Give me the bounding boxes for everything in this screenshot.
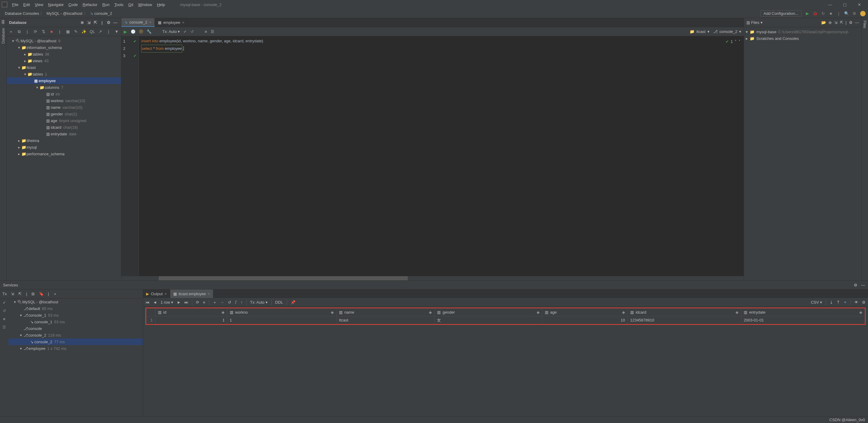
extractor-selector[interactable]: CSV ▾ (811, 300, 822, 305)
svc-tab[interactable]: ▶Output× (143, 289, 170, 298)
editor-tab[interactable]: ⇘console_2× (121, 18, 155, 27)
stop-icon[interactable]: ■ (49, 29, 54, 34)
column-header[interactable]: ▥age◆ (542, 309, 627, 316)
files-row[interactable]: ▸📁Scratches and Consoles (744, 35, 861, 42)
services-tree[interactable]: ▾🔌 MySQL - @localhost⎇ default85 ms▾⎇ co… (8, 299, 143, 416)
files-tool-label[interactable]: Files (862, 18, 867, 28)
column-header[interactable]: ▥entrydate◆ (741, 309, 865, 316)
column-header[interactable]: ▥gender◆ (435, 309, 542, 316)
minimize-button[interactable]: — (823, 2, 837, 7)
first-page-icon[interactable]: ⏮ (146, 300, 149, 305)
revert-icon[interactable]: ↺ (3, 309, 6, 313)
pin-icon[interactable]: 📌 (291, 300, 296, 305)
check-icon[interactable]: ✔ (3, 300, 6, 305)
bookmark-icon[interactable]: 🔖 (39, 291, 44, 296)
reload-icon[interactable]: ⟳ (196, 300, 199, 305)
expand-icon[interactable]: ⇲ (85, 20, 92, 25)
last-page-icon[interactable]: ⏭ (184, 300, 188, 305)
editor-hscroll[interactable] (121, 276, 744, 280)
ddl-button[interactable]: DDL (275, 300, 283, 305)
export-icon[interactable]: ⤓ (830, 300, 833, 305)
tree-node[interactable]: ▾📁 itcast (7, 64, 121, 71)
tree-node[interactable]: ▸📁 performance_schema (7, 150, 121, 157)
cell[interactable]: 10 (542, 316, 627, 324)
menu-view[interactable]: View (32, 2, 45, 7)
table-icon[interactable]: ▦ (65, 29, 70, 34)
add-icon[interactable]: ＋ (8, 29, 13, 34)
debug-icon[interactable]: 🐞 (812, 11, 818, 16)
menu-navigate[interactable]: Navigate (45, 2, 66, 7)
expand-icon[interactable]: ⇲ (11, 291, 14, 296)
commit-icon[interactable]: ✔ (184, 29, 187, 34)
upload-icon[interactable]: ↑ (241, 300, 243, 305)
result-grid[interactable]: ▥id◆▥workno◆▥name◆▥gender◆▥age◆▥idcard◆▥… (143, 307, 868, 416)
tree-node[interactable]: ▥ idint (7, 91, 121, 97)
svc-node[interactable]: ▾⎇ employee1 s 742 ms (8, 345, 143, 352)
database-tree[interactable]: ▾🔌 MySQL - @localhost9▾📁 information_sch… (7, 36, 121, 280)
wand-icon[interactable]: ✨ (82, 29, 87, 34)
close-button[interactable]: ✕ (852, 2, 866, 7)
tree-node[interactable]: ▥ genderchar(1) (7, 111, 121, 117)
gear-icon[interactable]: ⚙ (849, 20, 852, 25)
add-icon[interactable]: ＋ (53, 291, 57, 297)
database-tool-icon[interactable]: 🗄 (1, 20, 5, 25)
tree-node[interactable]: ▥ namevarchar(10) (7, 104, 121, 111)
revert-icon[interactable]: ↺ (228, 300, 231, 305)
gear-icon[interactable]: ⚙ (851, 283, 860, 287)
svc-node[interactable]: ▾🔌 MySQL - @localhost (8, 299, 143, 305)
sync-icon[interactable]: ⇅ (41, 29, 46, 34)
collapse-icon[interactable]: ⇱ (92, 20, 99, 25)
column-header[interactable]: ▥id◆ (155, 309, 227, 316)
console-icon[interactable]: QL (90, 29, 95, 34)
gear-icon[interactable]: ⚙ (105, 20, 112, 25)
tx-mode[interactable]: Tx: Auto ▾ (162, 29, 180, 34)
prev-page-icon[interactable]: ◄ (153, 300, 157, 305)
cell[interactable]: 12345678910 (628, 316, 741, 324)
tree-node[interactable]: ▸📁 tables36 (7, 51, 121, 57)
cell[interactable]: 1 (155, 316, 227, 324)
menu-run[interactable]: Run (100, 2, 112, 7)
remove-row-icon[interactable]: － (220, 300, 224, 305)
execute-icon[interactable]: ▶ (124, 29, 127, 34)
column-header[interactable]: ▥workno◆ (227, 309, 337, 316)
jump-icon[interactable]: ↗ (98, 29, 103, 34)
stop-icon[interactable]: ■ (205, 29, 207, 34)
breadcrumb[interactable]: Database Consoles〉 MySQL - @localhost〉 ⇘… (2, 11, 115, 16)
gear-icon[interactable]: ⚙ (862, 300, 866, 305)
run-icon[interactable]: ▶ (804, 11, 810, 16)
hide-icon[interactable]: — (112, 20, 119, 25)
cell[interactable]: 1 (227, 316, 337, 324)
database-tool-label[interactable]: Database (1, 28, 5, 44)
rows-label[interactable]: 1 row ▾ (161, 300, 173, 305)
menu-window[interactable]: Window (136, 2, 155, 7)
collapse-icon[interactable]: ⇱ (840, 20, 843, 25)
settings-icon[interactable]: ⚙ (851, 11, 858, 16)
tree-node[interactable]: ▸📁 views43 (7, 57, 121, 64)
edit-icon[interactable]: ✎ (73, 29, 79, 34)
refresh-icon[interactable]: ⟳ (33, 29, 38, 34)
rerun-icon[interactable]: ↻ (820, 11, 826, 16)
search-icon[interactable]: 🔍 (843, 11, 849, 16)
svc-tab[interactable]: ▦itcast.employee× (170, 289, 213, 298)
cell[interactable]: 女 (435, 316, 542, 324)
tree-node[interactable]: ▥ worknovarchar(10) (7, 97, 121, 104)
avatar[interactable] (860, 11, 866, 16)
target-icon[interactable]: ⊕ (829, 20, 832, 25)
menu-help[interactable]: Help (155, 2, 167, 7)
menu-file[interactable]: File (10, 2, 21, 7)
menu-refactor[interactable]: Refactor (80, 2, 100, 7)
import-icon[interactable]: ⤒ (837, 300, 840, 305)
commit-icon[interactable]: ⤴ (235, 300, 237, 305)
next-page-icon[interactable]: ► (177, 300, 181, 305)
tree-node[interactable]: ▸📁 itheima (7, 137, 121, 144)
hide-icon[interactable]: — (855, 20, 859, 25)
tree-node[interactable]: ▾📁 columns7 (7, 84, 121, 91)
menu-git[interactable]: Git (126, 2, 136, 7)
stop-icon[interactable]: ■ (3, 317, 5, 321)
column-header[interactable]: ▥idcard◆ (628, 309, 741, 316)
menu-edit[interactable]: Edit (21, 2, 32, 7)
files-chooser[interactable]: ▥ Files ▾ (746, 20, 763, 25)
editor-tab[interactable]: ▦employee× (155, 18, 188, 27)
tree-node[interactable]: ▥ entrydatedate (7, 131, 121, 137)
layout-icon[interactable]: ☰ (211, 29, 214, 34)
